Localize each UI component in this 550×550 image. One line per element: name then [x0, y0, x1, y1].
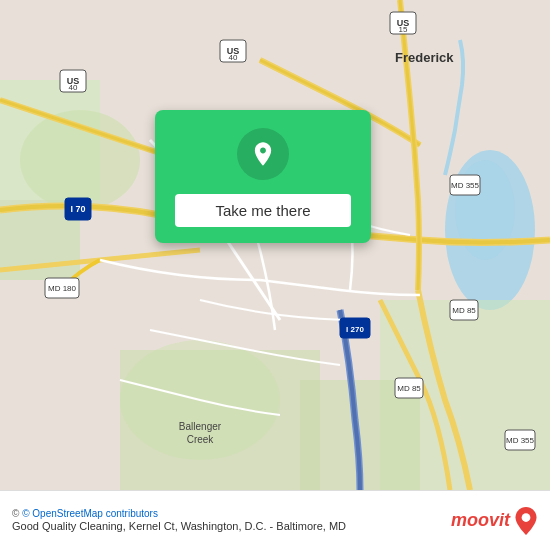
- svg-text:Creek: Creek: [187, 434, 215, 445]
- bottom-bar: © © OpenStreetMap contributors Good Qual…: [0, 490, 550, 550]
- moovit-pin-icon: [514, 507, 538, 535]
- take-me-there-button[interactable]: Take me there: [175, 194, 351, 227]
- svg-text:I 270: I 270: [346, 325, 364, 334]
- map-background: US 15 US 40 US 40 MD 355 MD 85 I 70 I 27…: [0, 0, 550, 490]
- map-container: US 15 US 40 US 40 MD 355 MD 85 I 70 I 27…: [0, 0, 550, 490]
- svg-text:MD 180: MD 180: [48, 284, 77, 293]
- place-name: Good Quality Cleaning, Kernel Ct, Washin…: [12, 519, 372, 533]
- location-card: Take me there: [155, 110, 371, 243]
- svg-text:I 70: I 70: [70, 204, 85, 214]
- svg-text:Ballenger: Ballenger: [179, 421, 222, 432]
- svg-text:15: 15: [399, 25, 408, 34]
- moovit-text: moovit: [451, 510, 510, 531]
- svg-text:40: 40: [229, 53, 238, 62]
- pin-icon: [237, 128, 289, 180]
- svg-text:MD 85: MD 85: [397, 384, 421, 393]
- svg-text:40: 40: [69, 83, 78, 92]
- osm-link[interactable]: © OpenStreetMap contributors: [22, 508, 158, 519]
- svg-text:MD 85: MD 85: [452, 306, 476, 315]
- svg-point-36: [522, 513, 531, 522]
- svg-text:MD 355: MD 355: [506, 436, 535, 445]
- copyright-symbol: ©: [12, 508, 22, 519]
- svg-text:MD 355: MD 355: [451, 181, 480, 190]
- copyright-text: © © OpenStreetMap contributors: [12, 508, 443, 519]
- svg-text:Frederick: Frederick: [395, 50, 454, 65]
- location-pin-icon: [249, 140, 277, 168]
- moovit-logo: moovit: [451, 507, 538, 535]
